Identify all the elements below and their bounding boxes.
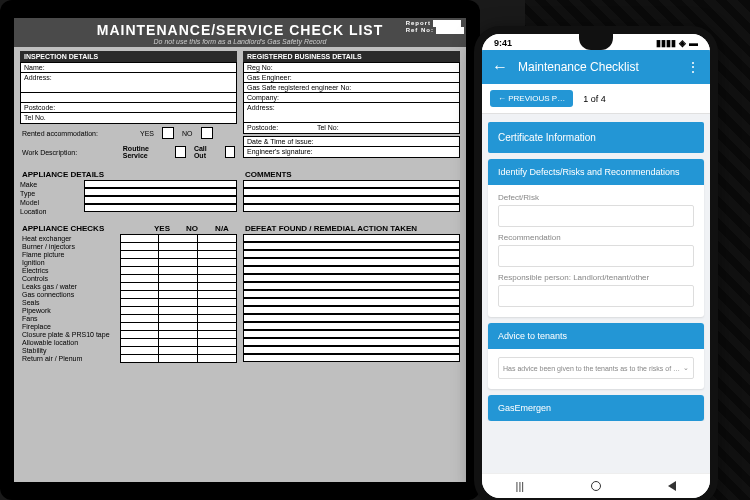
defeat-line[interactable] bbox=[243, 234, 460, 242]
menu-icon[interactable]: ⋮ bbox=[686, 59, 700, 75]
field-engineer[interactable]: Gas Engineer: bbox=[244, 73, 459, 83]
defeat-line[interactable] bbox=[243, 266, 460, 274]
check-no[interactable] bbox=[159, 355, 198, 363]
check-yes[interactable] bbox=[120, 355, 159, 363]
field-biz-address[interactable]: Address: bbox=[244, 103, 459, 123]
check-no[interactable] bbox=[159, 283, 198, 291]
field-blank[interactable] bbox=[21, 93, 236, 103]
comments-line[interactable] bbox=[243, 196, 460, 204]
field-date[interactable]: Date & Time of issue: bbox=[244, 137, 459, 147]
check-no[interactable] bbox=[159, 267, 198, 275]
defeat-line[interactable] bbox=[243, 290, 460, 298]
nav-back-icon[interactable] bbox=[668, 481, 676, 491]
check-na[interactable] bbox=[198, 251, 237, 259]
back-icon[interactable]: ← bbox=[492, 58, 508, 76]
check-no[interactable] bbox=[159, 347, 198, 355]
field-postcode[interactable]: Postcode: bbox=[21, 103, 236, 113]
defeat-line[interactable] bbox=[243, 338, 460, 346]
defeat-line[interactable] bbox=[243, 330, 460, 338]
check-yes[interactable] bbox=[120, 331, 159, 339]
check-na[interactable] bbox=[198, 347, 237, 355]
check-no[interactable] bbox=[159, 315, 198, 323]
check-na[interactable] bbox=[198, 323, 237, 331]
check-na[interactable] bbox=[198, 331, 237, 339]
check-yes[interactable] bbox=[120, 243, 159, 251]
defeat-line[interactable] bbox=[243, 242, 460, 250]
select-advice[interactable]: Has advice been given to the tenants as … bbox=[498, 357, 694, 379]
check-na[interactable] bbox=[198, 235, 237, 243]
defeat-line[interactable] bbox=[243, 354, 460, 362]
model-field[interactable] bbox=[84, 196, 237, 204]
rented-no-checkbox[interactable] bbox=[201, 127, 213, 139]
check-yes[interactable] bbox=[120, 307, 159, 315]
check-no[interactable] bbox=[159, 243, 198, 251]
check-no[interactable] bbox=[159, 235, 198, 243]
check-yes[interactable] bbox=[120, 347, 159, 355]
field-biz-postcode[interactable]: Postcode: Tel No: bbox=[244, 123, 459, 133]
callout-checkbox[interactable] bbox=[225, 146, 235, 158]
check-yes[interactable] bbox=[120, 291, 159, 299]
check-no[interactable] bbox=[159, 339, 198, 347]
check-no[interactable] bbox=[159, 299, 198, 307]
check-yes[interactable] bbox=[120, 235, 159, 243]
defeat-line[interactable] bbox=[243, 314, 460, 322]
check-no[interactable] bbox=[159, 251, 198, 259]
check-no[interactable] bbox=[159, 331, 198, 339]
comments-line[interactable] bbox=[243, 204, 460, 212]
check-yes[interactable] bbox=[120, 323, 159, 331]
check-no[interactable] bbox=[159, 323, 198, 331]
defeat-line[interactable] bbox=[243, 250, 460, 258]
input-defect[interactable] bbox=[498, 205, 694, 227]
check-yes[interactable] bbox=[120, 299, 159, 307]
check-yes[interactable] bbox=[120, 315, 159, 323]
check-yes[interactable] bbox=[120, 259, 159, 267]
check-na[interactable] bbox=[198, 339, 237, 347]
routine-checkbox[interactable] bbox=[175, 146, 185, 158]
rented-yes-checkbox[interactable] bbox=[162, 127, 174, 139]
check-na[interactable] bbox=[198, 275, 237, 283]
defeat-line[interactable] bbox=[243, 274, 460, 282]
defeat-line[interactable] bbox=[243, 258, 460, 266]
check-na[interactable] bbox=[198, 315, 237, 323]
check-yes[interactable] bbox=[120, 251, 159, 259]
check-no[interactable] bbox=[159, 275, 198, 283]
nav-home-icon[interactable] bbox=[591, 481, 601, 491]
defeat-line[interactable] bbox=[243, 306, 460, 314]
field-tel[interactable]: Tel No. bbox=[21, 113, 236, 123]
check-yes[interactable] bbox=[120, 339, 159, 347]
input-responsible[interactable] bbox=[498, 285, 694, 307]
field-sig[interactable]: Engineer's signature: bbox=[244, 147, 459, 157]
check-na[interactable] bbox=[198, 259, 237, 267]
field-reg[interactable]: Reg No: bbox=[244, 63, 459, 73]
check-row: Fans bbox=[20, 315, 237, 323]
check-na[interactable] bbox=[198, 299, 237, 307]
check-na[interactable] bbox=[198, 291, 237, 299]
defeat-line[interactable] bbox=[243, 322, 460, 330]
check-yes[interactable] bbox=[120, 283, 159, 291]
type-field[interactable] bbox=[84, 188, 237, 196]
check-no[interactable] bbox=[159, 259, 198, 267]
check-na[interactable] bbox=[198, 267, 237, 275]
field-company[interactable]: Company: bbox=[244, 93, 459, 103]
check-no[interactable] bbox=[159, 291, 198, 299]
field-gassafe[interactable]: Gas Safe registered engineer No: bbox=[244, 83, 459, 93]
check-yes[interactable] bbox=[120, 267, 159, 275]
check-no[interactable] bbox=[159, 307, 198, 315]
check-na[interactable] bbox=[198, 283, 237, 291]
comments-line[interactable] bbox=[243, 180, 460, 188]
defeat-line[interactable] bbox=[243, 298, 460, 306]
check-na[interactable] bbox=[198, 307, 237, 315]
make-field[interactable] bbox=[84, 180, 237, 188]
comments-line[interactable] bbox=[243, 188, 460, 196]
location-field[interactable] bbox=[84, 204, 237, 212]
defeat-line[interactable] bbox=[243, 346, 460, 354]
prev-button[interactable]: ← PREVIOUS P… bbox=[490, 90, 573, 107]
nav-recent-icon[interactable]: ||| bbox=[516, 480, 525, 492]
field-address[interactable]: Address: bbox=[21, 73, 236, 93]
defeat-line[interactable] bbox=[243, 282, 460, 290]
field-name[interactable]: Name: bbox=[21, 63, 236, 73]
check-na[interactable] bbox=[198, 243, 237, 251]
input-recommendation[interactable] bbox=[498, 245, 694, 267]
check-yes[interactable] bbox=[120, 275, 159, 283]
check-na[interactable] bbox=[198, 355, 237, 363]
